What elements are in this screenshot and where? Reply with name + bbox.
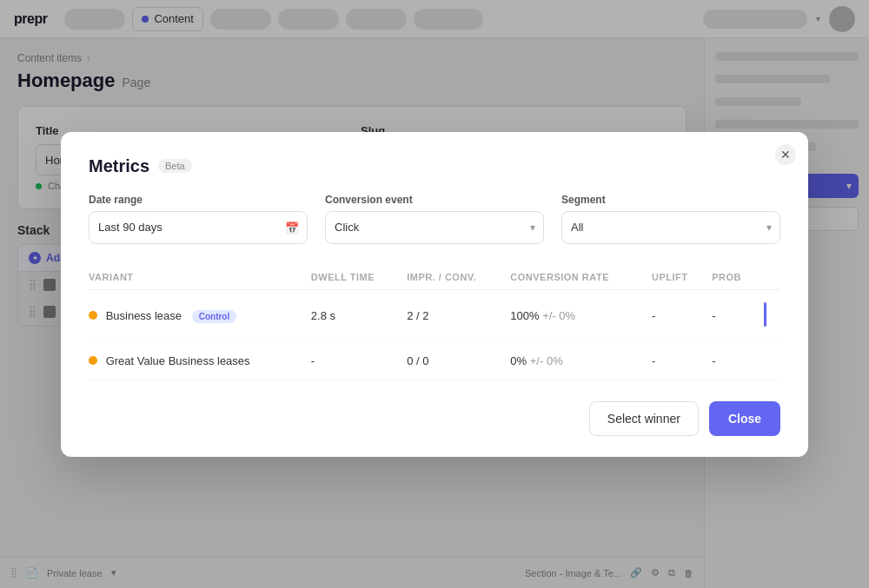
modal-overlay: ✕ Metrics Beta Date range 📅 Conversion e… — [0, 0, 869, 588]
row2-dwell: - — [311, 341, 407, 380]
conv-rate-value: 0% — [510, 354, 527, 367]
modal-title-text: Metrics — [89, 156, 149, 176]
row1-conv-rate: 100% +/- 0% — [510, 289, 652, 341]
table-row: Business lease Control 2.8 s 2 / 2 100% … — [89, 289, 780, 341]
table-header-row: VARIANT DWELL TIME IMPR. / CONV. CONVERS… — [89, 265, 780, 290]
row1-bar — [764, 289, 780, 341]
date-range-input[interactable] — [89, 211, 308, 244]
variant-name-text: Great Value Business leases — [106, 354, 250, 367]
segment-group: Segment All ▾ — [561, 194, 780, 244]
row1-uplift: - — [652, 289, 712, 341]
variant-name-text: Business lease — [106, 309, 182, 322]
col-prob: PROB — [712, 265, 763, 290]
metrics-table: VARIANT DWELL TIME IMPR. / CONV. CONVERS… — [89, 265, 780, 380]
plus-minus-value: +/- 0% — [542, 309, 575, 322]
row1-prob: - — [712, 289, 763, 341]
col-uplift: UPLIFT — [652, 265, 712, 290]
modal-filters: Date range 📅 Conversion event Click ▾ Se… — [89, 194, 780, 244]
close-button[interactable]: Close — [709, 401, 780, 436]
segment-select[interactable]: All — [561, 211, 780, 244]
control-badge: Control — [192, 310, 237, 323]
metrics-modal: ✕ Metrics Beta Date range 📅 Conversion e… — [61, 132, 808, 457]
date-range-group: Date range 📅 — [89, 194, 308, 244]
date-range-label: Date range — [89, 194, 308, 206]
row2-uplift: - — [652, 341, 712, 380]
table-row: Great Value Business leases - 0 / 0 0% +… — [89, 341, 780, 380]
segment-label: Segment — [561, 194, 780, 206]
plus-minus-value: +/- 0% — [530, 354, 563, 367]
variant-dot-icon — [89, 311, 97, 320]
variant-dot-icon — [89, 356, 97, 365]
row2-bar — [764, 341, 780, 380]
row2-prob: - — [712, 341, 763, 380]
conversion-event-group: Conversion event Click ▾ — [325, 194, 544, 244]
col-extra — [764, 265, 780, 290]
select-winner-button[interactable]: Select winner — [589, 401, 699, 436]
segment-select-wrap: All ▾ — [561, 211, 780, 244]
uplift-bar-chart — [764, 302, 766, 327]
row1-impr: 2 / 2 — [407, 289, 510, 341]
modal-close-button[interactable]: ✕ — [775, 144, 796, 165]
row2-impr: 0 / 0 — [407, 341, 510, 380]
row1-dwell: 2.8 s — [311, 289, 407, 341]
modal-footer: Select winner Close — [89, 401, 780, 436]
conv-rate-value: 100% — [510, 309, 539, 322]
row2-variant: Great Value Business leases — [89, 341, 311, 380]
row1-variant: Business lease Control — [89, 289, 311, 341]
col-variant: VARIANT — [89, 265, 311, 290]
conversion-event-select-wrap: Click ▾ — [325, 211, 544, 244]
col-dwell: DWELL TIME — [311, 265, 407, 290]
beta-badge: Beta — [158, 159, 192, 173]
row2-conv-rate: 0% +/- 0% — [510, 341, 652, 380]
modal-title: Metrics Beta — [89, 156, 780, 176]
col-conv-rate: CONVERSION RATE — [510, 265, 652, 290]
conversion-event-label: Conversion event — [325, 194, 544, 206]
conversion-event-select[interactable]: Click — [325, 211, 544, 244]
date-range-input-wrap: 📅 — [89, 211, 308, 244]
col-impr: IMPR. / CONV. — [407, 265, 510, 290]
